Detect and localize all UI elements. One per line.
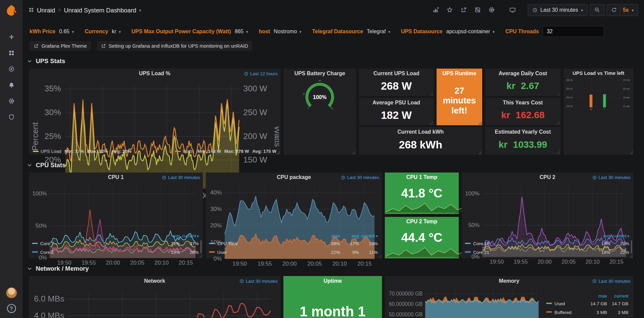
svg-text:Percent: Percent (31, 122, 40, 151)
var-dropdown[interactable]: kr (112, 28, 121, 34)
create-icon[interactable] (0, 29, 22, 45)
zoom-out-button[interactable] (590, 4, 604, 16)
svg-text:40%: 40% (210, 189, 222, 196)
cpu-threads-input[interactable] (543, 26, 604, 37)
var-label: UPS Datasource (401, 28, 443, 34)
dashboard-link-ups-guide[interactable]: Setting up Grafana and InfluxDB for UPS … (97, 41, 252, 51)
legend-row[interactable]: User22%9%11% (209, 248, 378, 257)
refresh-button-group[interactable]: 5s (606, 4, 638, 16)
svg-text:100%: 100% (313, 94, 326, 100)
legend-col-header-sort[interactable]: current (610, 233, 629, 238)
stat-value: 268 W (359, 77, 434, 95)
legend-col-header-sort[interactable]: current (180, 233, 199, 238)
var-dropdown[interactable]: 0.65 (59, 28, 74, 34)
panel-memory: Memory Last 30 minutes 19:5019:5520:0020… (385, 276, 633, 318)
legend-item[interactable]: WattsMin: 148 WMax: 278 WAvg: 175 W (175, 149, 276, 154)
share-icon[interactable] (458, 4, 469, 16)
legend-item[interactable]: UPS LoadMin: 17%Max: 32%Avg: 20% (33, 149, 132, 154)
panel-title[interactable]: UPS Battery Charge (283, 69, 356, 78)
legend-row[interactable]: Core 2118%22% (465, 248, 629, 257)
legend-col-header[interactable]: avg (340, 233, 359, 238)
memory-chart[interactable]: 19:5019:5520:0020:0520:1020:1570.000000 … (386, 285, 544, 318)
legend-col-header[interactable]: max (321, 233, 340, 238)
panel-title[interactable]: Current UPS Load (359, 69, 434, 78)
stat-value: 182 W (359, 106, 434, 125)
clock-icon (592, 175, 597, 180)
svg-text:60.000000 GB: 60.000000 GB (389, 301, 423, 307)
series-swatch (209, 252, 215, 253)
legend-col-header[interactable]: max (586, 293, 607, 298)
panel-title[interactable]: UPS Runtime (436, 69, 482, 78)
zoom-out-icon (594, 7, 600, 13)
svg-text:30 min: 30 min (623, 88, 630, 90)
breadcrumb-app[interactable]: Unraid (37, 6, 55, 13)
chevron-down-icon (119, 28, 121, 34)
var-dropdown[interactable]: Nostromo (274, 28, 301, 34)
help-icon[interactable] (7, 304, 16, 313)
svg-text:20%: 20% (210, 222, 222, 229)
panel-title[interactable]: Current Load kWh (359, 127, 482, 136)
legend-row[interactable]: Buffered3 MB3 MB (546, 308, 629, 316)
panel-title[interactable]: Uptime (283, 276, 382, 285)
svg-text:150 W: 150 W (243, 155, 267, 164)
panel-time-override: Last 30 minutes (240, 278, 278, 283)
cycle-view-tv-icon[interactable] (507, 4, 518, 16)
legend-col-header-sort[interactable]: current (359, 233, 378, 238)
stat-value: kr 1033.99 (485, 135, 561, 154)
dashboard-grid-icon (28, 7, 34, 13)
battery-charge-gauge[interactable]: 02050100100% (285, 78, 355, 112)
dashboard-settings-gear-icon[interactable] (486, 4, 498, 16)
configuration-gear-icon[interactable] (0, 93, 22, 109)
panel-title[interactable]: Average PSU Load (359, 98, 434, 107)
legend-col-header[interactable]: avg (591, 233, 610, 238)
time-range-picker[interactable]: Last 30 minutes (527, 4, 587, 16)
svg-text:20 min: 20 min (623, 105, 630, 107)
legend-row[interactable]: Used14.7 GB14.7 GB (546, 299, 629, 308)
legend-col-header[interactable]: current (607, 293, 629, 298)
panel-title[interactable]: Average Daily Cost (485, 69, 561, 78)
panel-title[interactable]: This Years Cost (485, 98, 561, 107)
legend-row[interactable]: Core 219%28% (32, 248, 199, 257)
svg-text:19:55: 19:55 (82, 260, 96, 266)
panel-ups-battery-charge: UPS Battery Charge 02050100100% (283, 69, 356, 155)
panel-title[interactable]: CPU 1 Temp (385, 173, 459, 182)
svg-text:50: 50 (319, 79, 321, 82)
server-admin-shield-icon[interactable] (0, 109, 22, 125)
panel-title[interactable]: Estimated Yearly Cost (485, 127, 561, 136)
section-header-ups-stats[interactable]: UPS Stats (27, 57, 644, 64)
add-panel-icon[interactable] (430, 4, 442, 16)
legend-col-header[interactable]: avg (161, 233, 180, 238)
refresh-interval-label[interactable]: 5s (623, 7, 629, 13)
grafana-logo-icon[interactable] (5, 4, 17, 16)
var-dropdown[interactable]: 865 (235, 28, 248, 34)
save-icon[interactable] (472, 4, 484, 16)
dashboard-link-grafana-plex[interactable]: Grafana Plex Theme (30, 41, 91, 51)
star-icon[interactable] (444, 4, 456, 16)
var-host: hostNostromo (259, 28, 302, 34)
panel-title[interactable]: UPS Load % (29, 69, 281, 78)
panel-title[interactable]: UPS Load vs Time left (563, 69, 633, 78)
legend-row[interactable]: Core 721%37% (32, 239, 199, 248)
var-dropdown[interactable]: Telegraf (367, 28, 390, 34)
panel-title[interactable]: CPU 2 Temp (385, 217, 459, 226)
svg-text:19:50: 19:50 (232, 260, 247, 267)
panel-this-years-cost: This Years Cost kr 162.68 (485, 98, 561, 125)
panel-uptime: Uptime 1 month 1 (283, 276, 382, 318)
legend-scrollbar[interactable] (200, 240, 202, 254)
network-chart[interactable]: 19:5019:5520:0020:0520:1020:156.0 MBs4.0… (31, 285, 279, 318)
dashboards-icon[interactable] (0, 45, 22, 61)
legend-table: maxcurrent Used14.7 GB14.7 GB Buffered3 … (546, 292, 629, 316)
user-avatar[interactable] (6, 287, 17, 298)
var-dropdown[interactable]: apcupsd-container (446, 28, 495, 34)
alerting-icon[interactable] (0, 77, 22, 93)
legend-row[interactable]: Core 1818%22% (465, 239, 629, 248)
legend-row[interactable]: CPU Total38%17%19% (209, 239, 378, 248)
explore-icon[interactable] (0, 61, 22, 77)
ups-load-time-left-bars[interactable]: WT200 W250 W300 W350 W20 min25 min30 min… (565, 78, 632, 111)
legend-scrollbar[interactable] (631, 240, 632, 254)
breadcrumb[interactable]: Unraid > Unraid System Dashboard (28, 6, 141, 13)
template-variables-row: kWh Price0.65 Currencykr UPS Max Output … (30, 26, 644, 37)
breadcrumb-dashboard-title[interactable]: Unraid System Dashboard (64, 6, 136, 13)
panel-current-ups-load: Current UPS Load 268 W (359, 69, 434, 96)
panel-ups-load-vs-time-left: UPS Load vs Time left WT200 W250 W300 W3… (563, 69, 633, 155)
